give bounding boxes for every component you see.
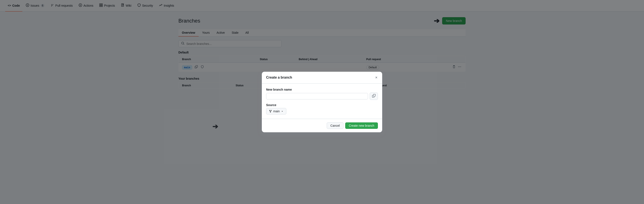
modal-overlay: ➔ Create a branch × New branch name Sour… xyxy=(0,0,644,99)
branch-name-input[interactable] xyxy=(266,93,368,99)
modal-close-button[interactable]: × xyxy=(375,75,378,80)
branch-name-label: New branch name xyxy=(266,88,378,91)
modal-header: Create a branch × xyxy=(262,72,382,84)
create-branch-modal: Create a branch × New branch name Source… xyxy=(262,72,382,99)
copy-branch-name-button[interactable] xyxy=(370,93,378,99)
modal-title: Create a branch xyxy=(266,76,292,79)
modal-body: New branch name Source main xyxy=(262,84,382,99)
branch-name-input-row xyxy=(266,93,378,99)
